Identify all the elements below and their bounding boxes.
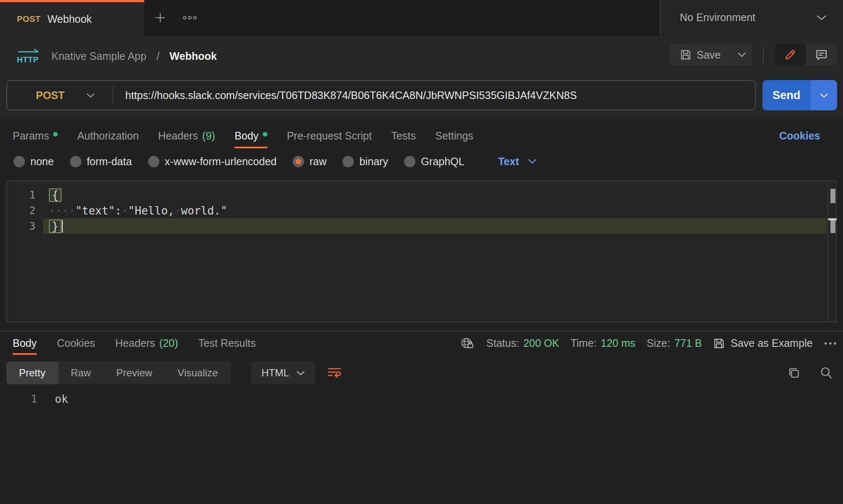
tab-title: Webhook: [47, 13, 92, 25]
comments-button[interactable]: [806, 44, 837, 66]
tab-body[interactable]: Body: [234, 123, 267, 148]
raw-language-select[interactable]: Text: [498, 155, 537, 168]
breadcrumb-collection[interactable]: Knative Sample App: [51, 50, 146, 62]
cookies-link[interactable]: Cookies: [779, 123, 820, 148]
response-meta-bar: Status: 200 OK Time: 120 ms Size: 771 B …: [460, 332, 837, 355]
status-readout: Status: 200 OK: [486, 337, 559, 349]
tab-tests[interactable]: Tests: [391, 123, 416, 148]
url-row: POST Send: [0, 80, 843, 110]
divider: [763, 46, 764, 63]
size-value: 771 B: [674, 337, 702, 349]
radio-icon: [342, 156, 354, 167]
editor-line-1: 1 {: [7, 187, 827, 203]
view-mode-raw[interactable]: Raw: [58, 362, 104, 384]
save-as-example-label: Save as Example: [730, 337, 813, 349]
wrap-text-icon: [327, 367, 342, 379]
search-response-button[interactable]: [819, 366, 833, 380]
breadcrumb-request-name[interactable]: Webhook: [170, 50, 217, 62]
time-readout: Time: 120 ms: [571, 337, 636, 349]
response-tab-body[interactable]: Body: [13, 332, 37, 355]
url-bar: POST: [6, 80, 756, 110]
tab-pre-request-script[interactable]: Pre-request Script: [287, 123, 372, 148]
json-value-part: "Hello,: [128, 204, 175, 217]
time-value: 120 ms: [601, 337, 636, 349]
response-options-button[interactable]: [824, 341, 837, 346]
response-toolbar: Pretty Raw Preview Visualize HTML: [0, 362, 843, 384]
request-body-editor[interactable]: 1 { 2 ····"text":·"Hello,·world." 3 }: [6, 180, 837, 322]
radio-selected-icon: [293, 156, 304, 167]
body-type-raw[interactable]: raw: [293, 155, 326, 168]
send-button-group: Send: [762, 80, 837, 110]
network-globe-icon[interactable]: [460, 336, 475, 351]
response-tab-headers[interactable]: Headers (20): [115, 332, 178, 355]
http-method-icon: HTTP: [17, 48, 41, 64]
radio-icon: [148, 156, 159, 167]
line-number: 1: [7, 189, 43, 201]
comment-icon: [815, 48, 828, 61]
response-format-value: HTML: [261, 367, 289, 379]
tab-authorization[interactable]: Authorization: [77, 123, 139, 148]
radio-icon: [404, 156, 415, 167]
chevron-down-icon: [816, 14, 827, 21]
send-options-button[interactable]: [811, 80, 837, 110]
request-tab[interactable]: POST Webhook: [0, 0, 144, 36]
copy-response-button[interactable]: [787, 366, 801, 380]
response-tab-cookies[interactable]: Cookies: [57, 332, 95, 355]
save-options-button[interactable]: [731, 44, 752, 66]
tab-params[interactable]: Params: [13, 123, 58, 148]
tab-headers[interactable]: Headers (9): [158, 123, 215, 148]
editor-overview-ruler[interactable]: [827, 181, 836, 322]
save-as-example-button[interactable]: Save as Example: [713, 337, 813, 349]
response-format-select[interactable]: HTML: [251, 362, 315, 384]
headers-count: (9): [202, 130, 215, 142]
view-mode-pretty[interactable]: Pretty: [6, 362, 58, 384]
request-header: HTTP Knative Sample App / Webhook Save: [0, 36, 843, 119]
pencil-icon: [784, 48, 797, 61]
ellipsis-icon: [183, 15, 197, 20]
tab-method-label: POST: [17, 14, 40, 24]
editor-line-3-current: 3 }: [7, 218, 827, 234]
response-headers-count: (20): [159, 337, 178, 349]
search-icon: [819, 366, 833, 380]
params-active-dot: [53, 132, 58, 137]
tab-options-button[interactable]: [180, 8, 200, 28]
header-actions: Save: [670, 44, 837, 66]
view-mode-visualize[interactable]: Visualize: [165, 362, 231, 384]
size-readout: Size: 771 B: [647, 337, 702, 349]
send-button-label: Send: [773, 89, 800, 102]
divider: [113, 86, 113, 105]
tab-settings[interactable]: Settings: [435, 123, 473, 148]
response-header: Body Cookies Headers (20) Test Results S…: [0, 332, 843, 355]
scrollbar-thumb[interactable]: [830, 189, 835, 203]
response-tab-test-results[interactable]: Test Results: [198, 332, 256, 355]
plus-icon: [154, 11, 167, 24]
line-number: 2: [7, 205, 43, 217]
chevron-down-icon: [528, 158, 537, 164]
chevron-down-icon[interactable]: [86, 93, 95, 98]
body-type-graphql[interactable]: GraphQL: [404, 155, 464, 168]
status-value: 200 OK: [523, 337, 559, 349]
request-tabs-bar: Params Authorization Headers (9) Body Pr…: [0, 123, 843, 148]
edit-request-button[interactable]: [775, 44, 806, 66]
send-button[interactable]: Send: [762, 80, 811, 110]
json-value-part: world.": [181, 204, 227, 217]
body-type-binary[interactable]: binary: [342, 155, 388, 168]
new-tab-button[interactable]: [150, 8, 170, 28]
view-mode-preview[interactable]: Preview: [104, 362, 165, 384]
body-active-dot: [263, 132, 267, 137]
whitespace-dot: ·: [121, 204, 128, 217]
save-button[interactable]: Save: [670, 44, 731, 66]
environment-selector[interactable]: No Environment: [660, 0, 843, 35]
url-input[interactable]: [125, 89, 740, 102]
json-key: "text":: [75, 204, 122, 217]
environment-label: No Environment: [680, 11, 816, 24]
response-body-text: ok: [37, 393, 68, 405]
wrap-lines-button[interactable]: [325, 364, 344, 382]
view-mode-switcher: Pretty Raw Preview Visualize: [6, 362, 231, 384]
line-number: 3: [7, 220, 43, 232]
body-type-none[interactable]: none: [13, 155, 54, 168]
method-select-value[interactable]: POST: [36, 89, 65, 102]
response-body[interactable]: 1 ok: [0, 391, 843, 407]
body-type-form-data[interactable]: form-data: [70, 155, 132, 168]
body-type-x-www-form-urlencoded[interactable]: x-www-form-urlencoded: [148, 155, 277, 168]
